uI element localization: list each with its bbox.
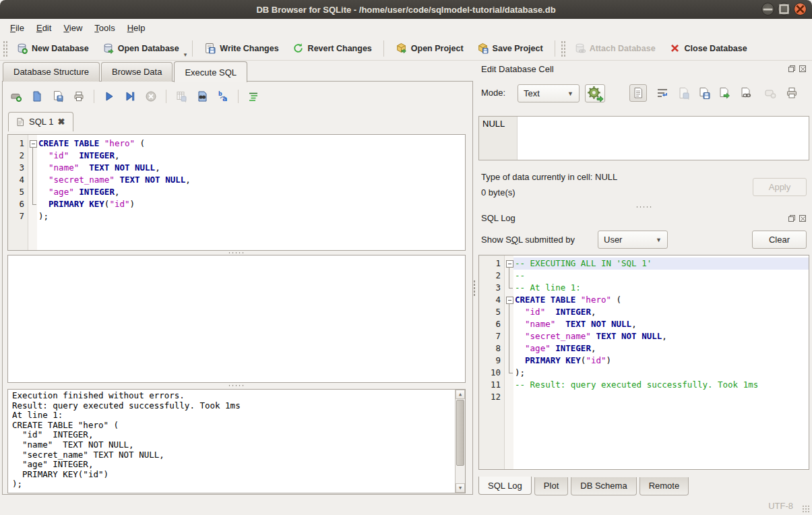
- menu-file[interactable]: File: [4, 21, 30, 35]
- apply-format-button[interactable]: [585, 84, 605, 102]
- text-mode-button[interactable]: [629, 84, 647, 102]
- splitter-dock-horizontal[interactable]: [476, 205, 812, 209]
- close-database-button[interactable]: Close Database: [663, 40, 753, 57]
- maximize-icon[interactable]: [778, 3, 790, 16]
- execute-line-button[interactable]: [122, 88, 138, 104]
- tab-db-schema[interactable]: DB Schema: [571, 477, 636, 495]
- toolbar-separator: [192, 40, 193, 57]
- scroll-down-icon[interactable]: ▼: [456, 483, 465, 493]
- close-icon[interactable]: [794, 3, 807, 16]
- log-line: Execution finished without errors.: [12, 391, 453, 401]
- encoding-indicator[interactable]: UTF-8: [768, 501, 793, 511]
- export-cell-icon: [718, 86, 731, 100]
- open-sql-file-button[interactable]: [29, 88, 45, 104]
- apply-button: Apply: [753, 178, 807, 196]
- splitter-results-log[interactable]: [7, 384, 466, 388]
- minimize-icon[interactable]: [761, 3, 774, 16]
- cell-value: NULL: [482, 119, 505, 129]
- close-panel-icon[interactable]: [799, 65, 807, 73]
- menu-edit[interactable]: Edit: [30, 21, 57, 35]
- fold-marker-icon[interactable]: [505, 258, 513, 270]
- execution-log-scrollbar[interactable]: ▲ ▼: [455, 390, 465, 493]
- print-cell-button[interactable]: [783, 84, 801, 102]
- float-panel-icon[interactable]: [788, 65, 796, 73]
- results-pane[interactable]: [7, 255, 466, 383]
- log-line: PRIMARY KEY("id"): [12, 470, 453, 480]
- close-panel-icon[interactable]: [799, 214, 807, 222]
- word-wrap-button[interactable]: [654, 84, 671, 102]
- fold-marker-icon: [28, 174, 37, 186]
- titlebar[interactable]: DB Browser for SQLite - /home/user/code/…: [0, 0, 812, 19]
- log-line: CREATE TABLE "hero" (: [12, 421, 453, 431]
- new-tab-button[interactable]: [8, 88, 24, 104]
- open-project-button[interactable]: Open Project: [389, 40, 470, 57]
- sql-log-view[interactable]: 1-- EXECUTING ALL IN 'SQL 1'2--3-- At li…: [478, 255, 809, 470]
- execution-log[interactable]: Execution finished without errors.Result…: [7, 389, 466, 493]
- execute-all-button[interactable]: [101, 88, 117, 104]
- print-button[interactable]: [71, 88, 87, 104]
- close-database-icon: [669, 42, 681, 54]
- float-panel-icon[interactable]: [788, 214, 796, 222]
- gear-apply-icon: [586, 84, 604, 103]
- sql-tab-label: SQL 1: [29, 117, 53, 127]
- save-project-button[interactable]: Save Project: [471, 40, 549, 57]
- open-database-button[interactable]: Open Database: [96, 40, 185, 57]
- menu-help[interactable]: Help: [121, 21, 152, 35]
- export-results-button: [173, 88, 189, 104]
- format-sql-button[interactable]: [245, 88, 261, 104]
- toolbar-drag-handle[interactable]: [3, 40, 7, 57]
- fold-margin: [28, 210, 37, 222]
- new-database-icon: [16, 42, 28, 54]
- execute-sql-panel: b a SQL 1 ✖ 1CREATE TABLE "hero" (2 "id: [2, 81, 473, 495]
- new-database-button[interactable]: New Database: [10, 40, 95, 57]
- code-line: 10);: [479, 367, 809, 379]
- close-tab-icon[interactable]: ✖: [57, 117, 65, 127]
- main-toolbar: New Database Open Database ▾ Write Chang…: [0, 36, 812, 61]
- code-line: 12: [479, 391, 809, 403]
- menu-tools[interactable]: Tools: [88, 21, 121, 35]
- toolbar-drag-handle[interactable]: [561, 40, 565, 57]
- text-mode-icon: [631, 86, 645, 100]
- save-sql-file-button[interactable]: [50, 88, 66, 104]
- print-cell-icon: [785, 86, 799, 100]
- cell-editor[interactable]: NULL: [478, 116, 809, 160]
- find-replace-button[interactable]: b a: [215, 88, 231, 104]
- write-changes-button[interactable]: Write Changes: [198, 40, 284, 57]
- revert-changes-button[interactable]: Revert Changes: [286, 40, 378, 57]
- tab-sql-log[interactable]: SQL Log: [478, 477, 532, 495]
- resize-grip-icon[interactable]: [802, 505, 810, 513]
- tab-database-structure[interactable]: Database Structure: [3, 62, 100, 82]
- fold-marker-icon: [505, 330, 513, 342]
- execution-log-text: Execution finished without errors.Result…: [12, 391, 453, 493]
- menubar: File Edit View Tools Help: [0, 19, 812, 36]
- find-button[interactable]: [194, 88, 210, 104]
- sql-log-filter-combobox[interactable]: User ▼: [598, 231, 668, 249]
- open-database-dropdown-icon[interactable]: ▾: [184, 51, 187, 60]
- sql-log-title: SQL Log: [481, 213, 516, 223]
- mode-combobox[interactable]: Text ▼: [518, 84, 580, 102]
- link-cell-icon: [739, 86, 753, 100]
- export-cell-button[interactable]: [716, 84, 733, 102]
- window-title: DB Browser for SQLite - /home/user/code/…: [256, 5, 555, 15]
- tab-browse-data[interactable]: Browse Data: [101, 62, 173, 82]
- tab-plot[interactable]: Plot: [534, 477, 568, 495]
- main-tab-bar: Database Structure Browse Data Execute S…: [3, 62, 249, 82]
- clear-button[interactable]: Clear: [752, 231, 807, 249]
- tab-execute-sql[interactable]: Execute SQL: [174, 61, 247, 82]
- fold-marker-icon[interactable]: [505, 294, 513, 306]
- menu-view[interactable]: View: [57, 21, 88, 35]
- link-cell-button[interactable]: [737, 84, 755, 102]
- scroll-up-icon[interactable]: ▲: [456, 390, 465, 399]
- toolbar-separator: [166, 90, 166, 103]
- stop-button: [143, 88, 159, 104]
- tab-remote[interactable]: Remote: [639, 477, 689, 495]
- app-window: DB Browser for SQLite - /home/user/code/…: [0, 0, 812, 515]
- fold-marker-icon[interactable]: [28, 138, 37, 150]
- sql-tab[interactable]: SQL 1 ✖: [8, 112, 73, 131]
- code-line: 1CREATE TABLE "hero" (: [8, 138, 465, 150]
- sql-editor[interactable]: 1CREATE TABLE "hero" (2 "id" INTEGER,3 "…: [7, 134, 466, 251]
- scrollbar-thumb[interactable]: [456, 400, 464, 466]
- toolbar-separator: [383, 40, 384, 57]
- save-cell-button[interactable]: [695, 84, 713, 102]
- code-line: 3-- At line 1:: [479, 282, 809, 294]
